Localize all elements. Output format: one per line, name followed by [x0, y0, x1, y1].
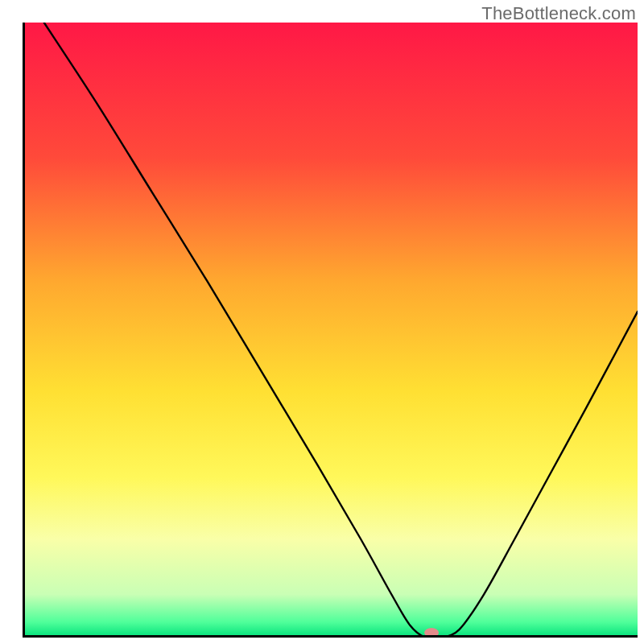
watermark-text: TheBottleneck.com	[481, 3, 636, 24]
plot-background	[23, 23, 638, 638]
bottleneck-chart: TheBottleneck.com	[0, 0, 644, 644]
chart-canvas	[0, 0, 644, 644]
